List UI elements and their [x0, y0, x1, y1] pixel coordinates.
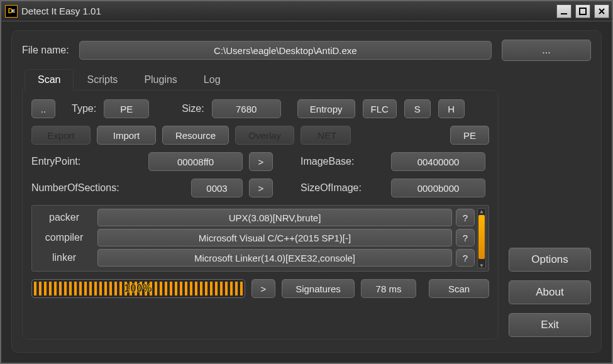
entrypoint-label: EntryPoint:	[31, 156, 142, 167]
tab-scan[interactable]: Scan	[25, 69, 74, 91]
window-title: Detect It Easy 1.01	[21, 6, 553, 16]
entrypoint-field[interactable]: 00008ff0	[148, 152, 243, 171]
size-field: 7680	[212, 99, 281, 118]
tab-plugins[interactable]: Plugins	[131, 69, 190, 91]
svg-rect-1	[580, 8, 586, 14]
progress-goto-button[interactable]: >	[251, 279, 275, 298]
signature-row: linker Microsoft Linker(14.0)[EXE32,cons…	[35, 248, 475, 267]
signature-value[interactable]: UPX(3.08)[NRV,brute]	[97, 209, 452, 226]
client-area: File name: C:\Users\eagle\Desktop\AntiD.…	[1, 21, 612, 363]
signature-info-button[interactable]: ?	[456, 249, 475, 267]
progress-percent: 100%	[32, 280, 245, 297]
entropy-button[interactable]: Entropy	[297, 99, 355, 118]
tab-strip: Scan Scripts Plugins Log	[25, 69, 499, 90]
sections-goto-button[interactable]: >	[249, 179, 273, 197]
app-window: DE Detect It Easy 1.01 File name: C:\Use…	[0, 0, 613, 364]
file-name-label: File name:	[22, 45, 69, 56]
tab-log[interactable]: Log	[191, 69, 234, 91]
browse-button[interactable]: ...	[502, 40, 591, 61]
svg-rect-0	[561, 13, 567, 14]
left-column: Scan Scripts Plugins Log .. Type: PE Siz…	[22, 69, 499, 339]
titlebar: DE Detect It Easy 1.01	[1, 1, 612, 21]
sections-field[interactable]: 0003	[191, 179, 243, 197]
close-button[interactable]	[594, 4, 609, 18]
signature-info-button[interactable]: ?	[456, 209, 475, 226]
sections-label: NumberOfSections:	[31, 182, 142, 194]
maximize-icon	[579, 8, 587, 15]
export-button: Export	[31, 126, 91, 145]
overlay-button: Overlay	[235, 126, 294, 145]
signature-info-button[interactable]: ?	[456, 229, 475, 246]
elapsed-field: 78 ms	[361, 279, 416, 298]
export-import-row: Export Import Resource Overlay .NET PE	[31, 126, 489, 145]
columns: Scan Scripts Plugins Log .. Type: PE Siz…	[22, 69, 591, 339]
exit-button[interactable]: Exit	[509, 313, 591, 337]
signature-value[interactable]: Microsoft Linker(14.0)[EXE32,console]	[97, 249, 452, 267]
app-icon: DE	[5, 5, 18, 18]
minimize-button[interactable]	[556, 4, 572, 18]
about-button[interactable]: About	[509, 280, 591, 304]
signatures-panel: packer UPX(3.08)[NRV,brute] ? compiler M…	[31, 205, 489, 272]
minimize-icon	[560, 8, 568, 15]
sizeofimage-field[interactable]: 0000b000	[391, 179, 485, 197]
scroll-up-icon: ▲	[479, 209, 484, 214]
flc-button[interactable]: FLC	[363, 99, 397, 118]
scan-bottom-row: 100% > Signatures 78 ms Scan	[31, 279, 489, 298]
tab-scripts[interactable]: Scripts	[74, 69, 131, 91]
signature-category: packer	[35, 212, 94, 223]
options-button[interactable]: Options	[509, 248, 591, 272]
right-column: Options About Exit	[509, 69, 591, 339]
scroll-down-icon: ▼	[479, 263, 484, 268]
type-size-row: .. Type: PE Size: 7680 Entropy FLC S H	[31, 99, 489, 118]
sections-row: NumberOfSections: 0003 > SizeOfImage: 00…	[31, 179, 489, 197]
file-row: File name: C:\Users\eagle\Desktop\AntiD.…	[22, 40, 591, 61]
entrypoint-row: EntryPoint: 00008ff0 > ImageBase: 004000…	[31, 152, 489, 171]
scan-progress: 100%	[31, 279, 245, 298]
scan-button[interactable]: Scan	[429, 279, 489, 298]
sizeofimage-label: SizeOfImage:	[301, 182, 385, 194]
signatures-list: packer UPX(3.08)[NRV,brute] ? compiler M…	[35, 208, 475, 268]
scrollbar-thumb[interactable]	[478, 215, 485, 259]
signature-category: linker	[35, 252, 94, 263]
import-button[interactable]: Import	[97, 126, 156, 145]
signatures-button[interactable]: Signatures	[282, 279, 355, 298]
resource-button[interactable]: Resource	[162, 126, 229, 145]
s-button[interactable]: S	[404, 99, 431, 118]
file-name-field[interactable]: C:\Users\eagle\Desktop\AntiD.exe	[79, 41, 492, 60]
main-panel: File name: C:\Users\eagle\Desktop\AntiD.…	[11, 30, 602, 353]
signature-row: compiler Microsoft Visual C/C++(2015 SP1…	[35, 228, 475, 247]
type-field: PE	[104, 99, 149, 118]
entrypoint-goto-button[interactable]: >	[249, 152, 273, 171]
type-label: Type:	[72, 103, 96, 114]
pe-button[interactable]: PE	[450, 126, 489, 145]
scan-tab-panel: .. Type: PE Size: 7680 Entropy FLC S H	[22, 90, 499, 339]
signatures-scrollbar[interactable]: ▲ ▼	[477, 208, 486, 268]
imagebase-label: ImageBase:	[301, 156, 385, 167]
updir-button[interactable]: ..	[31, 99, 55, 118]
imagebase-field[interactable]: 00400000	[391, 152, 485, 171]
h-button[interactable]: H	[438, 99, 465, 118]
maximize-button[interactable]	[575, 4, 590, 18]
size-label: Size:	[182, 103, 204, 114]
close-icon	[598, 8, 605, 15]
net-button: .NET	[301, 126, 351, 145]
signature-row: packer UPX(3.08)[NRV,brute] ?	[35, 208, 475, 227]
signature-value[interactable]: Microsoft Visual C/C++(2015 SP1)[-]	[97, 229, 452, 246]
signature-category: compiler	[35, 232, 94, 243]
